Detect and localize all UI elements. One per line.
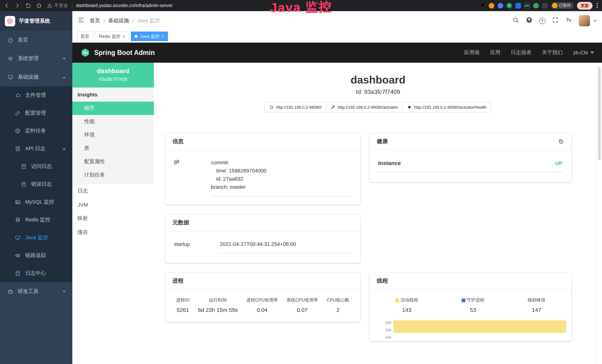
tab-java-monitor[interactable]: Java 监控 ×: [131, 32, 168, 41]
sba-nav-links: 应用墙 应用 日志报表 关于我们 zh-CN: [464, 49, 594, 56]
sidebar-item-scheduled-job[interactable]: 定时任务: [0, 122, 72, 140]
sidebar-item-access-log[interactable]: 访问日志: [0, 158, 72, 175]
font-size-icon[interactable]: [566, 17, 572, 25]
stat-process-cpu: 进程CPU使用率 0.04: [247, 297, 278, 313]
security-status[interactable]: 不安全: [47, 2, 68, 9]
sidebar-item-log-center[interactable]: 日志中心: [0, 264, 72, 282]
sba-item-scheduled-tasks[interactable]: 计划任务: [72, 168, 154, 182]
sidebar-item-system[interactable]: 系统管理: [0, 49, 72, 68]
sba-nav-wall[interactable]: 应用墙: [464, 49, 480, 56]
fullscreen-icon[interactable]: [552, 17, 559, 25]
forward-icon[interactable]: [14, 3, 20, 9]
tab-home[interactable]: 首页: [77, 32, 93, 41]
daemon-threads-swatch: [462, 298, 465, 302]
tab-redis-monitor[interactable]: Redis 监控 ×: [95, 32, 129, 41]
sba-item-classes[interactable]: 类: [72, 142, 154, 155]
info-card-title: 信息: [165, 133, 360, 150]
grid-extension-icon[interactable]: [515, 3, 521, 8]
close-icon[interactable]: ×: [162, 34, 164, 38]
sidebar-item-error-log[interactable]: 错误日志: [0, 175, 72, 193]
monitor-icon: [15, 235, 21, 241]
sidebar-item-java-monitor[interactable]: Java 监控: [0, 229, 72, 247]
puzzle-extension-icon[interactable]: [542, 3, 548, 8]
browser-menu-icon[interactable]: [596, 2, 599, 9]
search-icon[interactable]: [512, 17, 519, 25]
instance-header[interactable]: dashboard 93a3fc7f7409: [72, 63, 154, 87]
sba-main: dashboard Id: 93a3fc7f7409 http://192.16…: [154, 63, 602, 364]
sba-item-environment[interactable]: 环境: [72, 128, 154, 142]
topbar: 首页 / 基础设施 / Java 监控 ?: [72, 11, 602, 30]
admin-app: 芋道管理系统 首页 系统管理 基础设施: [0, 11, 602, 364]
bookmark-star-icon[interactable]: [480, 2, 485, 9]
eye-icon: [15, 253, 21, 258]
sidebar-logo-row[interactable]: 芋道管理系统: [0, 11, 72, 31]
sidebar-item-trace[interactable]: 链路追踪: [0, 247, 72, 264]
home-icon[interactable]: [36, 3, 42, 9]
sidebar-item-infrastructure[interactable]: 基础设施: [0, 68, 72, 86]
address-bar[interactable]: 不安全 dashboard.yudao.iocoder.cn/infra/adm…: [46, 2, 476, 9]
page-title: dashboard: [154, 74, 602, 86]
actuator-url-link[interactable]: http://192.168.0.2:48080/actuator: [326, 102, 403, 112]
on-badge-extension-icon[interactable]: on: [524, 3, 530, 8]
chevron-down-icon[interactable]: [594, 20, 597, 22]
info-card: 信息 git commit: time: 1596289704000 id: 2…: [165, 133, 360, 205]
sidebar-item-dev-tools[interactable]: 研发工具: [0, 282, 72, 301]
legend-daemon-threads: 守护进程 53: [462, 297, 484, 313]
locale-selector[interactable]: zh-CN: [573, 50, 594, 56]
sba-item-metrics[interactable]: 性能: [72, 115, 154, 128]
sba-brand[interactable]: Spring Boot Admin: [80, 48, 155, 57]
breadcrumb-home[interactable]: 首页: [90, 17, 100, 24]
threads-card-title: 线程: [369, 273, 571, 290]
profile-paused-badge[interactable]: ☺ 已暂停: [551, 2, 574, 9]
help-icon[interactable]: ?: [539, 18, 546, 24]
metadata-key: startup: [174, 241, 220, 253]
sba-nav-journal[interactable]: 日志报表: [511, 49, 532, 56]
github-icon[interactable]: [526, 17, 532, 25]
service-url-link[interactable]: http://192.168.0.2:48080/: [264, 102, 326, 112]
address-divider: [72, 3, 72, 8]
sba-item-config-props[interactable]: 配置属性: [72, 155, 154, 168]
sba-nav-applications[interactable]: 应用: [490, 49, 500, 56]
sba-item-logs[interactable]: 日志: [72, 184, 154, 198]
image-icon: [15, 199, 21, 205]
history-icon[interactable]: [558, 139, 564, 144]
lion-extension-icon[interactable]: [489, 3, 494, 8]
back-icon[interactable]: [4, 3, 10, 9]
sidebar-item-api-log[interactable]: API 日志: [0, 140, 72, 158]
sba-item-mappings[interactable]: 映射: [72, 211, 154, 225]
sidebar-item-file-manage[interactable]: 文件管理: [0, 86, 72, 104]
drop-extension-icon[interactable]: [497, 3, 503, 8]
threads-legend: 活动线程 143 守护进程 53 线程峰值: [378, 297, 562, 313]
sidebar-item-home[interactable]: 首页: [0, 31, 72, 49]
stat-cpu-cores: CPU核心数 2: [326, 297, 349, 313]
sba-item-jvm[interactable]: JVM: [72, 198, 154, 211]
close-icon[interactable]: ×: [123, 34, 125, 38]
active-tab-dot: [135, 35, 138, 38]
main-column: 首页 / 基础设施 / Java 监控 ?: [72, 11, 602, 364]
hamburger-icon[interactable]: [78, 17, 85, 25]
refresh-icon[interactable]: [25, 3, 31, 9]
database-icon: [15, 217, 21, 223]
threads-card: 线程 活动线程 143 守护进程: [369, 273, 571, 341]
sidebar-item-mysql-monitor[interactable]: MySQL 监控: [0, 193, 72, 211]
warning-icon: [47, 3, 52, 8]
instance-name: dashboard: [75, 67, 151, 75]
scrollbar-thumb[interactable]: [598, 67, 601, 160]
leaf-extension-icon[interactable]: [533, 3, 538, 8]
cube-icon: [15, 128, 21, 134]
health-url-link[interactable]: http://192.168.0.2:48080/actuator/health: [402, 102, 491, 112]
sidebar-item-redis-monitor[interactable]: Redis 监控: [0, 211, 72, 229]
briefcase-icon: [7, 289, 13, 294]
update-button[interactable]: 更新: [577, 2, 592, 10]
user-avatar[interactable]: [579, 15, 590, 26]
sba-item-details[interactable]: 细节: [72, 102, 154, 115]
y-extension-icon[interactable]: Y: [506, 3, 512, 8]
instance-id-label: Id: 93a3fc7f7409: [154, 89, 602, 95]
sba-nav-about[interactable]: 关于我们: [542, 49, 563, 56]
sidebar-item-config-manage[interactable]: 配置管理: [0, 104, 72, 122]
scrollbar-track[interactable]: [596, 63, 602, 364]
tags-view-bar: 首页 Redis 监控 × Java 监控 ×: [72, 30, 602, 43]
url-text[interactable]: dashboard.yudao.iocoder.cn/infra/admin-s…: [76, 3, 173, 8]
breadcrumb-infra[interactable]: 基础设施: [108, 17, 129, 24]
sba-item-caches[interactable]: 缓存: [72, 225, 154, 240]
